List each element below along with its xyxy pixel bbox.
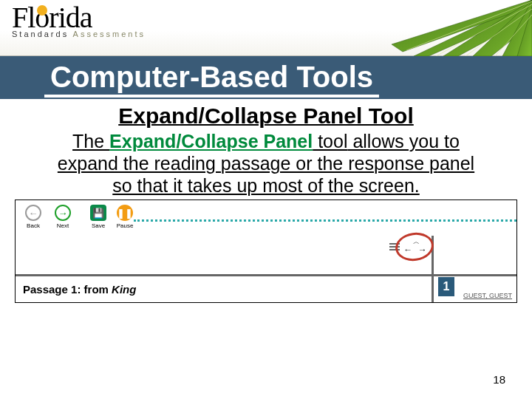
para-lead: The — [72, 131, 109, 151]
save-button[interactable]: 💾 Save — [86, 205, 110, 229]
pause-icon: ❚❚ — [117, 205, 133, 221]
subtitle: Expand/Collapse Panel Tool — [0, 103, 532, 129]
next-button[interactable]: → Next — [51, 205, 75, 229]
next-label: Next — [57, 222, 69, 229]
guest-label: GUEST, GUEST — [463, 292, 512, 299]
next-arrow-icon: → — [55, 205, 71, 221]
sun-icon — [37, 5, 47, 16]
pause-button[interactable]: ❚❚ Pause — [113, 205, 137, 229]
app-screenshot: ← Back → Next 💾 Save ❚❚ Pause ︿ ← → Pass… — [15, 200, 517, 303]
title-bar: Computer-Based Tools — [0, 56, 532, 99]
page-number: 18 — [493, 373, 505, 386]
palm-image — [362, 0, 532, 56]
back-button[interactable]: ← Back — [21, 205, 45, 229]
toolbar: ← Back → Next 💾 Save ❚❚ Pause — [16, 200, 516, 236]
para-line2: expand the reading passage or the respon… — [58, 153, 474, 174]
back-arrow-icon: ← — [25, 205, 41, 221]
logo-subtitle: Standards Assessments — [12, 30, 146, 38]
horizontal-divider — [16, 274, 516, 276]
dotted-divider — [134, 219, 516, 222]
passage-title: Passage 1: from King — [23, 283, 136, 296]
para-rest1: allows you to — [347, 131, 459, 151]
pause-label: Pause — [117, 222, 134, 229]
page-title: Computer-Based Tools — [44, 59, 379, 98]
save-label: Save — [92, 222, 105, 229]
logo-sub-b: Assessments — [73, 30, 146, 38]
passage-name: King — [112, 283, 136, 296]
passage-prefix: Passage 1: from — [23, 283, 112, 296]
back-label: Back — [27, 222, 40, 229]
header-band: Florida Standards Assessments — [0, 0, 532, 56]
description-paragraph: The Expand/Collapse Panel tool allows yo… — [16, 130, 516, 197]
logo: Florida Standards Assessments — [12, 3, 146, 38]
save-icon: 💾 — [90, 205, 106, 221]
para-mid: tool — [313, 131, 347, 151]
para-line3: so that it takes up most of the screen. — [112, 175, 420, 196]
logo-wordmark: Florida — [12, 3, 146, 33]
tool-name: Expand/Collapse Panel — [109, 131, 313, 151]
question-number-badge[interactable]: 1 — [438, 277, 454, 296]
